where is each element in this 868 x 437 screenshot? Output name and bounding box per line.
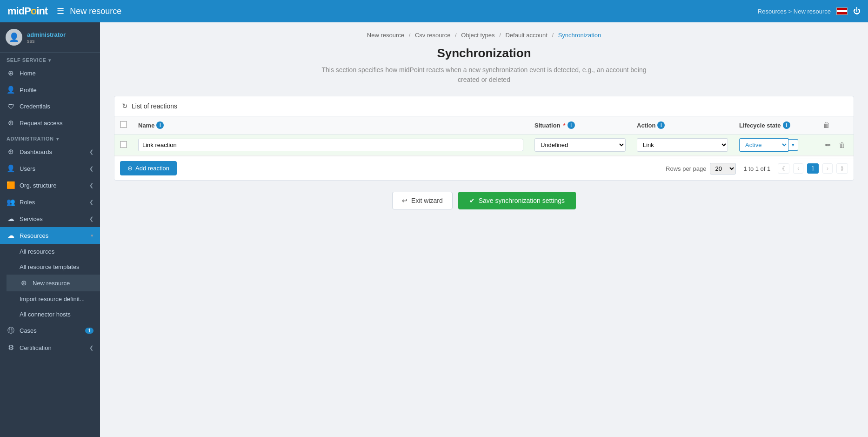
last-page-button[interactable]: ⟫: [836, 163, 848, 174]
name-input[interactable]: [138, 139, 523, 151]
sidebar-item-label: Services: [20, 215, 85, 222]
sidebar-item-all-connector-hosts[interactable]: All connector hosts: [7, 307, 100, 322]
topbar-right: Resources > New resource ⏻: [758, 7, 861, 15]
row-name-cell: [133, 134, 529, 156]
sidebar-item-all-resource-templates[interactable]: All resource templates: [7, 259, 100, 275]
row-action-cell: Link Unlink AddFocus DeleteFocus Inactiv…: [631, 134, 734, 156]
sidebar-item-label: Roles: [20, 199, 85, 206]
sidebar-item-roles[interactable]: 👥 Roles ❮: [0, 194, 100, 210]
table-header-row: Name i Situation * i Action: [114, 116, 854, 134]
sidebar-item-users[interactable]: 👤 Users ❮: [0, 160, 100, 177]
sidebar-user: 👤 administrator sss: [0, 22, 100, 53]
services-arrow: ❮: [89, 216, 93, 222]
table-row: Undefined Linked Unlinked Deleted Disput…: [114, 134, 854, 156]
self-service-label: SELF SERVICE ▾: [0, 53, 100, 65]
add-reaction-label: Add reaction: [135, 165, 169, 172]
breadcrumb-default-account[interactable]: Default account: [505, 32, 547, 39]
next-page-button[interactable]: ›: [822, 163, 833, 174]
certification-arrow: ❮: [89, 345, 93, 351]
name-info-icon[interactable]: i: [156, 121, 164, 129]
org-icon: 🟧: [7, 181, 15, 189]
sidebar-item-label: All connector hosts: [20, 311, 93, 318]
rows-per-page-select[interactable]: 20 50 100: [710, 163, 736, 175]
select-all-checkbox[interactable]: [120, 121, 127, 128]
row-checkbox[interactable]: [120, 141, 127, 148]
breadcrumb-csv-resource[interactable]: Csv resource: [415, 32, 451, 39]
flag-icon[interactable]: [836, 7, 848, 15]
rows-per-page-label: Rows per page: [666, 165, 706, 172]
breadcrumb-object-types[interactable]: Object types: [461, 32, 494, 39]
th-situation: Situation * i: [529, 116, 631, 134]
resources-icon: ☁: [7, 231, 15, 240]
users-icon: 👤: [7, 164, 15, 173]
breadcrumb-current: Synchronization: [558, 32, 601, 39]
lifecycle-info-icon[interactable]: i: [783, 121, 790, 129]
username[interactable]: administrator: [27, 31, 66, 38]
sidebar-item-label: Cases: [20, 327, 80, 334]
sidebar-item-new-resource[interactable]: ⊕ New resource: [7, 275, 100, 291]
pagination-bar: Rows per page 20 50 100 1 to 1 of 1 ⟪ ‹ …: [660, 159, 854, 178]
sidebar-item-all-resources[interactable]: All resources: [7, 244, 100, 259]
sidebar-item-resources[interactable]: ☁ Resources ▾: [0, 227, 100, 244]
sidebar-item-dashboards[interactable]: ⊕ Dashboards ❮: [0, 143, 100, 160]
resources-submenu: All resources All resource templates ⊕ N…: [0, 244, 100, 322]
breadcrumb-new-resource[interactable]: New resource: [367, 32, 404, 39]
exit-wizard-label: Exit wizard: [411, 197, 443, 204]
admin-caret[interactable]: ▾: [56, 136, 59, 141]
action-info-icon[interactable]: i: [657, 121, 665, 129]
sidebar-item-request-access[interactable]: ⊕ Request access: [0, 114, 100, 131]
current-page-button[interactable]: 1: [807, 163, 819, 174]
sidebar-item-label: Users: [20, 165, 85, 172]
save-label: Save synchronization settings: [479, 197, 565, 204]
add-reaction-button[interactable]: ⊕ Add reaction: [120, 161, 177, 175]
cases-icon: ⑪: [7, 326, 15, 335]
card-header-label: List of reactions: [132, 102, 177, 110]
menu-icon[interactable]: ☰: [57, 6, 64, 16]
resources-arrow: ▾: [91, 233, 93, 239]
lifecycle-caret-icon[interactable]: ▾: [788, 139, 798, 151]
roles-arrow: ❮: [89, 199, 93, 205]
action-select[interactable]: Link Unlink AddFocus DeleteFocus Inactiv…: [637, 138, 728, 152]
save-sync-button[interactable]: ✔ Save synchronization settings: [458, 192, 576, 209]
sidebar-item-certification[interactable]: ⚙ Certification ❮: [0, 339, 100, 356]
row-situation-cell: Undefined Linked Unlinked Deleted Disput…: [529, 134, 631, 156]
home-icon: ⊕: [7, 69, 15, 77]
reactions-card: ↻ List of reactions Name i: [114, 96, 854, 181]
topbar-breadcrumb: Resources > New resource: [758, 8, 831, 15]
roles-icon: 👥: [7, 198, 15, 206]
self-service-caret[interactable]: ▾: [48, 58, 51, 63]
sidebar-item-label: All resource templates: [20, 263, 93, 270]
edit-row-button[interactable]: ✏: [823, 140, 834, 151]
lifecycle-select[interactable]: Active Draft Deprecated Archived: [739, 138, 788, 152]
situation-select[interactable]: Undefined Linked Unlinked Deleted Disput…: [534, 138, 626, 152]
sidebar-item-import-resource[interactable]: Import resource definit...: [7, 291, 100, 307]
topbar-title: New resource: [70, 7, 121, 16]
cases-badge: 1: [85, 328, 93, 334]
sidebar-item-label: Org. structure: [20, 182, 85, 189]
certification-icon: ⚙: [7, 343, 15, 352]
sidebar-item-services[interactable]: ☁ Services ❮: [0, 210, 100, 227]
sidebar-item-cases[interactable]: ⑪ Cases 1: [0, 322, 100, 339]
card-header: ↻ List of reactions: [114, 96, 854, 116]
sidebar-item-profile[interactable]: 👤 Profile: [0, 81, 100, 98]
prev-page-button[interactable]: ‹: [793, 163, 803, 174]
situation-info-icon[interactable]: i: [568, 121, 575, 129]
sidebar-item-home[interactable]: ⊕ Home: [0, 65, 100, 81]
delete-row-button[interactable]: 🗑: [836, 140, 848, 150]
request-icon: ⊕: [7, 119, 15, 127]
sidebar-item-credentials[interactable]: 🛡 Credentials: [0, 98, 100, 114]
delete-all-button[interactable]: 🗑: [823, 121, 830, 129]
users-arrow: ❮: [89, 166, 93, 172]
row-actions-cell: ✏ 🗑: [817, 134, 854, 156]
row-lifecycle-cell: Active Draft Deprecated Archived ▾: [734, 134, 817, 156]
col-action-label: Action: [637, 122, 655, 129]
first-page-button[interactable]: ⟪: [778, 163, 789, 174]
topbar: midPoint ☰ New resource Resources > New …: [0, 0, 868, 22]
dashboards-arrow: ❮: [89, 149, 93, 155]
exit-wizard-button[interactable]: ↩ Exit wizard: [392, 192, 453, 209]
refresh-icon[interactable]: ↻: [122, 102, 128, 110]
th-name: Name i: [133, 116, 529, 134]
power-icon[interactable]: ⏻: [853, 7, 861, 15]
sidebar-item-label: Home: [20, 70, 93, 77]
sidebar-item-org-structure[interactable]: 🟧 Org. structure ❮: [0, 177, 100, 194]
